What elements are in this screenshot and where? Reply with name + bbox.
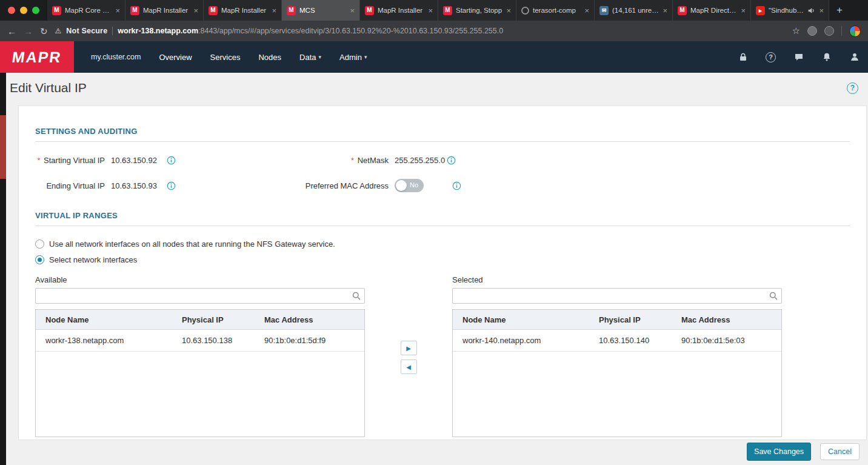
selected-table-row[interactable]: workr-140.netapp.com 10.63.150.140 90:1b… bbox=[453, 330, 781, 352]
column-header-mac-address: Mac Address bbox=[681, 315, 781, 324]
tab-close-icon[interactable]: × bbox=[741, 7, 746, 15]
lock-icon[interactable] bbox=[738, 52, 748, 62]
tab-close-icon[interactable]: × bbox=[584, 7, 589, 15]
tab-close-icon[interactable]: × bbox=[506, 7, 511, 15]
nav-nodes-label: Nodes bbox=[258, 53, 281, 62]
move-left-button[interactable]: ◀ bbox=[401, 360, 417, 374]
tab-label: terasort-comp bbox=[533, 7, 581, 14]
url-host: workr-138.netapp.com bbox=[118, 27, 198, 35]
extension-icon[interactable] bbox=[807, 26, 817, 36]
url-text: workr-138.netapp.com:8443/app/mcs/#/app/… bbox=[118, 27, 503, 35]
starting-vip-label-text: Starting Virtual IP bbox=[44, 156, 105, 165]
column-header-physical-ip: Physical IP bbox=[182, 315, 264, 324]
browser-tab-mapr-installer-3[interactable]: M MapR Installer × bbox=[360, 0, 438, 21]
tab-close-icon[interactable]: × bbox=[272, 7, 276, 15]
browser-tab-starting-stopping[interactable]: M Starting, Stopp × bbox=[438, 0, 516, 21]
not-secure-label: Not Secure bbox=[66, 27, 107, 35]
nav-data-dropdown[interactable]: Data▾ bbox=[299, 53, 321, 62]
bookmark-star-icon[interactable]: ☆ bbox=[792, 25, 800, 36]
omnibox-divider bbox=[112, 27, 113, 35]
browser-tab-mapr-direct-access[interactable]: M MapR Direct Ac × bbox=[673, 0, 751, 21]
tab-close-icon[interactable]: × bbox=[115, 7, 120, 15]
tab-audio-icon[interactable] bbox=[807, 7, 815, 15]
info-icon[interactable] bbox=[167, 181, 176, 190]
background-window-red-strip bbox=[0, 115, 6, 179]
info-icon[interactable] bbox=[167, 156, 176, 165]
not-secure-warning-icon: ⚠ bbox=[55, 27, 62, 35]
tab-close-icon[interactable]: × bbox=[663, 7, 667, 15]
starting-vip-label: * Starting Virtual IP bbox=[35, 156, 105, 165]
interface-transfer-widget: Available Node Name Physical IP Mac Addr… bbox=[35, 275, 850, 437]
selected-search-input[interactable] bbox=[452, 288, 782, 304]
nav-services[interactable]: Services bbox=[210, 53, 241, 62]
nav-admin-dropdown[interactable]: Admin▾ bbox=[339, 53, 367, 62]
save-changes-button[interactable]: Save Changes bbox=[747, 443, 811, 461]
reload-button[interactable]: ↻ bbox=[40, 27, 48, 36]
cluster-name[interactable]: my.cluster.com bbox=[91, 53, 141, 61]
chat-icon[interactable] bbox=[793, 52, 804, 62]
back-button[interactable]: ← bbox=[7, 27, 16, 36]
globe-favicon bbox=[521, 7, 529, 15]
radio-use-all-interfaces[interactable]: Use all network interfaces on all nodes … bbox=[35, 239, 850, 249]
tab-close-icon[interactable]: × bbox=[819, 7, 824, 15]
preferred-mac-toggle[interactable]: No bbox=[395, 179, 424, 192]
background-window-edge bbox=[0, 73, 6, 465]
close-window-button[interactable] bbox=[8, 7, 15, 14]
browser-tab-mapr-installer-2[interactable]: M MapR Installer × bbox=[204, 0, 282, 21]
browser-tab-mcs-active[interactable]: M MCS × bbox=[282, 0, 360, 21]
url-field[interactable]: ⚠ Not Secure workr-138.netapp.com:8443/a… bbox=[55, 27, 785, 35]
forward-button[interactable]: → bbox=[24, 27, 33, 36]
move-right-button[interactable]: ▶ bbox=[401, 341, 417, 355]
selected-table-header: Node Name Physical IP Mac Address bbox=[453, 310, 781, 330]
info-icon[interactable] bbox=[452, 181, 461, 190]
tab-label: MapR Installer bbox=[378, 7, 424, 14]
ending-vip-label: Ending Virtual IP bbox=[35, 181, 105, 190]
bell-icon[interactable] bbox=[821, 52, 832, 62]
mapr-favicon: M bbox=[678, 6, 687, 15]
radio-select-interfaces[interactable]: Select network interfaces bbox=[35, 255, 850, 264]
cancel-button[interactable]: Cancel bbox=[820, 443, 860, 460]
mapr-logo[interactable]: MAPR bbox=[0, 41, 74, 73]
new-tab-button[interactable]: + bbox=[829, 0, 850, 21]
starting-vip-value: 10.63.150.92 bbox=[111, 156, 163, 165]
user-icon[interactable] bbox=[849, 52, 860, 62]
nav-nodes[interactable]: Nodes bbox=[258, 53, 281, 62]
play-icon: ▶ bbox=[759, 8, 762, 13]
page-title: Edit Virtual IP bbox=[10, 81, 87, 95]
browser-tab-mapr-installer-1[interactable]: M MapR Installer × bbox=[125, 0, 204, 21]
browser-tab-strip: M MapR Core Upg × M MapR Installer × M M… bbox=[0, 0, 868, 21]
nav-overview[interactable]: Overview bbox=[159, 53, 192, 62]
netmask-label-text: NetMask bbox=[358, 156, 389, 165]
info-icon[interactable] bbox=[447, 156, 456, 165]
browser-tab-mapr-core-upgrade[interactable]: M MapR Core Upg × bbox=[47, 0, 125, 21]
tab-label: MapR Direct Ac bbox=[690, 7, 737, 14]
browser-profile-avatar[interactable] bbox=[849, 25, 861, 37]
mapr-favicon: M bbox=[52, 6, 61, 15]
help-icon[interactable]: ? bbox=[766, 52, 776, 62]
tab-close-icon[interactable]: × bbox=[428, 7, 433, 15]
ending-vip-label-text: Ending Virtual IP bbox=[46, 181, 105, 190]
required-marker: * bbox=[351, 156, 354, 165]
minimize-window-button[interactable] bbox=[20, 7, 27, 14]
tab-close-icon[interactable]: × bbox=[350, 7, 355, 15]
available-table-row[interactable]: workr-138.netapp.com 10.63.150.138 90:1b… bbox=[36, 330, 364, 352]
zoom-window-button[interactable] bbox=[32, 7, 39, 14]
ending-vip-value: 10.63.150.93 bbox=[111, 181, 163, 190]
tab-label: Starting, Stopp bbox=[456, 7, 502, 14]
browser-tab-youtube-sindhubaa[interactable]: ▶ "Sindhubaa × bbox=[751, 0, 829, 21]
tab-close-icon[interactable]: × bbox=[193, 7, 198, 15]
field-row-2: Ending Virtual IP 10.63.150.93 Preferred… bbox=[35, 178, 850, 193]
netmask-label: * NetMask bbox=[176, 156, 389, 165]
browser-tab-mail-unread[interactable]: ✉ (14,161 unread) × bbox=[595, 0, 673, 21]
available-search-input[interactable] bbox=[35, 288, 365, 304]
extension-icon[interactable] bbox=[824, 26, 834, 36]
search-icon bbox=[352, 291, 361, 301]
page-help-icon[interactable]: ? bbox=[847, 82, 858, 94]
selected-title: Selected bbox=[452, 275, 782, 284]
browser-tab-terasort[interactable]: terasort-comp × bbox=[516, 0, 595, 21]
field-row-1: * Starting Virtual IP 10.63.150.92 * Net… bbox=[35, 153, 850, 167]
column-header-node-name: Node Name bbox=[36, 315, 182, 324]
radio-use-all-label: Use all network interfaces on all nodes … bbox=[49, 239, 335, 249]
radio-checked-icon bbox=[35, 255, 44, 264]
transfer-buttons: ▶ ◀ bbox=[365, 275, 452, 374]
